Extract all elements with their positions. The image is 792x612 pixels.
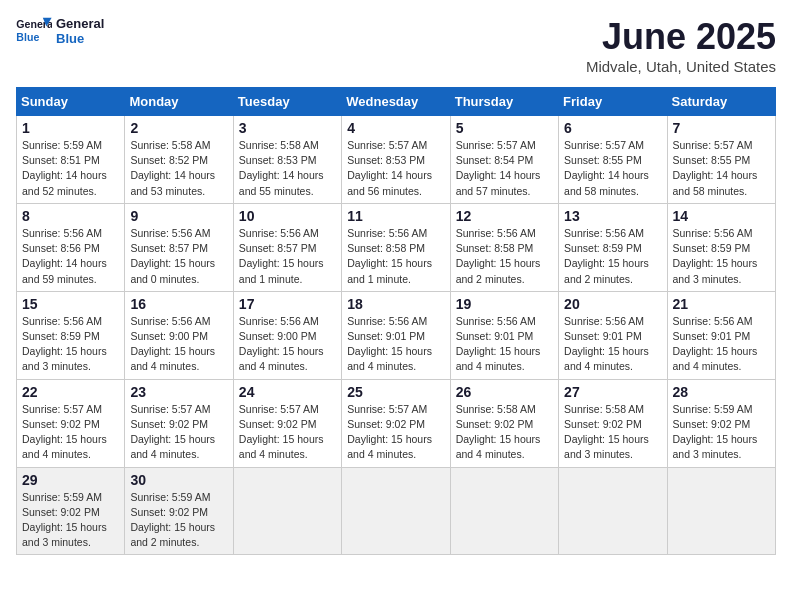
logo-icon: General Blue: [16, 16, 52, 46]
calendar-cell: 10Sunrise: 5:56 AM Sunset: 8:57 PM Dayli…: [233, 203, 341, 291]
day-number: 1: [22, 120, 119, 136]
day-number: 16: [130, 296, 227, 312]
day-info: Sunrise: 5:57 AM Sunset: 8:55 PM Dayligh…: [673, 138, 770, 199]
day-number: 20: [564, 296, 661, 312]
calendar-cell: [342, 467, 450, 555]
day-info: Sunrise: 5:56 AM Sunset: 9:01 PM Dayligh…: [347, 314, 444, 375]
logo: General Blue General Blue: [16, 16, 104, 46]
day-number: 10: [239, 208, 336, 224]
day-info: Sunrise: 5:56 AM Sunset: 9:01 PM Dayligh…: [673, 314, 770, 375]
day-info: Sunrise: 5:57 AM Sunset: 8:55 PM Dayligh…: [564, 138, 661, 199]
calendar-cell: 2Sunrise: 5:58 AM Sunset: 8:52 PM Daylig…: [125, 116, 233, 204]
calendar-cell: 3Sunrise: 5:58 AM Sunset: 8:53 PM Daylig…: [233, 116, 341, 204]
weekday-header: Tuesday: [233, 88, 341, 116]
day-number: 27: [564, 384, 661, 400]
day-number: 22: [22, 384, 119, 400]
day-number: 23: [130, 384, 227, 400]
day-info: Sunrise: 5:56 AM Sunset: 8:59 PM Dayligh…: [673, 226, 770, 287]
day-number: 13: [564, 208, 661, 224]
calendar-table: SundayMondayTuesdayWednesdayThursdayFrid…: [16, 87, 776, 555]
calendar-cell: 6Sunrise: 5:57 AM Sunset: 8:55 PM Daylig…: [559, 116, 667, 204]
calendar-cell: [450, 467, 558, 555]
day-info: Sunrise: 5:59 AM Sunset: 9:02 PM Dayligh…: [130, 490, 227, 551]
calendar-cell: 23Sunrise: 5:57 AM Sunset: 9:02 PM Dayli…: [125, 379, 233, 467]
day-info: Sunrise: 5:56 AM Sunset: 9:00 PM Dayligh…: [239, 314, 336, 375]
calendar-cell: 20Sunrise: 5:56 AM Sunset: 9:01 PM Dayli…: [559, 291, 667, 379]
day-number: 25: [347, 384, 444, 400]
calendar-cell: 25Sunrise: 5:57 AM Sunset: 9:02 PM Dayli…: [342, 379, 450, 467]
day-info: Sunrise: 5:56 AM Sunset: 8:57 PM Dayligh…: [130, 226, 227, 287]
day-info: Sunrise: 5:56 AM Sunset: 8:58 PM Dayligh…: [456, 226, 553, 287]
weekday-header: Friday: [559, 88, 667, 116]
calendar-cell: 16Sunrise: 5:56 AM Sunset: 9:00 PM Dayli…: [125, 291, 233, 379]
calendar-cell: 4Sunrise: 5:57 AM Sunset: 8:53 PM Daylig…: [342, 116, 450, 204]
day-number: 6: [564, 120, 661, 136]
weekday-header: Monday: [125, 88, 233, 116]
calendar-cell: 13Sunrise: 5:56 AM Sunset: 8:59 PM Dayli…: [559, 203, 667, 291]
day-info: Sunrise: 5:59 AM Sunset: 9:02 PM Dayligh…: [22, 490, 119, 551]
calendar-cell: 12Sunrise: 5:56 AM Sunset: 8:58 PM Dayli…: [450, 203, 558, 291]
calendar-cell: 21Sunrise: 5:56 AM Sunset: 9:01 PM Dayli…: [667, 291, 775, 379]
day-number: 30: [130, 472, 227, 488]
day-number: 8: [22, 208, 119, 224]
title-block: June 2025 Midvale, Utah, United States: [586, 16, 776, 75]
calendar-cell: 18Sunrise: 5:56 AM Sunset: 9:01 PM Dayli…: [342, 291, 450, 379]
calendar-cell: 7Sunrise: 5:57 AM Sunset: 8:55 PM Daylig…: [667, 116, 775, 204]
day-info: Sunrise: 5:58 AM Sunset: 9:02 PM Dayligh…: [564, 402, 661, 463]
day-number: 11: [347, 208, 444, 224]
day-info: Sunrise: 5:56 AM Sunset: 8:57 PM Dayligh…: [239, 226, 336, 287]
day-number: 2: [130, 120, 227, 136]
day-number: 9: [130, 208, 227, 224]
logo-blue: Blue: [56, 31, 104, 46]
day-info: Sunrise: 5:57 AM Sunset: 8:53 PM Dayligh…: [347, 138, 444, 199]
logo-general: General: [56, 16, 104, 31]
calendar-cell: 28Sunrise: 5:59 AM Sunset: 9:02 PM Dayli…: [667, 379, 775, 467]
calendar-cell: 11Sunrise: 5:56 AM Sunset: 8:58 PM Dayli…: [342, 203, 450, 291]
calendar-week-row: 1Sunrise: 5:59 AM Sunset: 8:51 PM Daylig…: [17, 116, 776, 204]
day-info: Sunrise: 5:58 AM Sunset: 8:53 PM Dayligh…: [239, 138, 336, 199]
day-number: 29: [22, 472, 119, 488]
day-number: 3: [239, 120, 336, 136]
day-info: Sunrise: 5:56 AM Sunset: 8:59 PM Dayligh…: [564, 226, 661, 287]
calendar-cell: 9Sunrise: 5:56 AM Sunset: 8:57 PM Daylig…: [125, 203, 233, 291]
day-number: 26: [456, 384, 553, 400]
calendar-cell: 17Sunrise: 5:56 AM Sunset: 9:00 PM Dayli…: [233, 291, 341, 379]
calendar-cell: 14Sunrise: 5:56 AM Sunset: 8:59 PM Dayli…: [667, 203, 775, 291]
day-info: Sunrise: 5:59 AM Sunset: 9:02 PM Dayligh…: [673, 402, 770, 463]
calendar-week-row: 29Sunrise: 5:59 AM Sunset: 9:02 PM Dayli…: [17, 467, 776, 555]
day-info: Sunrise: 5:58 AM Sunset: 9:02 PM Dayligh…: [456, 402, 553, 463]
day-number: 7: [673, 120, 770, 136]
month-title: June 2025: [586, 16, 776, 58]
calendar-week-row: 8Sunrise: 5:56 AM Sunset: 8:56 PM Daylig…: [17, 203, 776, 291]
location: Midvale, Utah, United States: [586, 58, 776, 75]
page-header: General Blue General Blue June 2025 Midv…: [16, 16, 776, 75]
weekday-header: Saturday: [667, 88, 775, 116]
calendar-cell: [233, 467, 341, 555]
calendar-cell: [559, 467, 667, 555]
weekday-header: Wednesday: [342, 88, 450, 116]
calendar-cell: 15Sunrise: 5:56 AM Sunset: 8:59 PM Dayli…: [17, 291, 125, 379]
calendar-cell: 19Sunrise: 5:56 AM Sunset: 9:01 PM Dayli…: [450, 291, 558, 379]
day-info: Sunrise: 5:56 AM Sunset: 9:01 PM Dayligh…: [456, 314, 553, 375]
calendar-cell: 1Sunrise: 5:59 AM Sunset: 8:51 PM Daylig…: [17, 116, 125, 204]
calendar-cell: [667, 467, 775, 555]
day-info: Sunrise: 5:57 AM Sunset: 8:54 PM Dayligh…: [456, 138, 553, 199]
calendar-cell: 5Sunrise: 5:57 AM Sunset: 8:54 PM Daylig…: [450, 116, 558, 204]
day-info: Sunrise: 5:59 AM Sunset: 8:51 PM Dayligh…: [22, 138, 119, 199]
day-info: Sunrise: 5:57 AM Sunset: 9:02 PM Dayligh…: [347, 402, 444, 463]
day-number: 28: [673, 384, 770, 400]
calendar-cell: 26Sunrise: 5:58 AM Sunset: 9:02 PM Dayli…: [450, 379, 558, 467]
day-info: Sunrise: 5:56 AM Sunset: 8:59 PM Dayligh…: [22, 314, 119, 375]
day-number: 12: [456, 208, 553, 224]
calendar-cell: 30Sunrise: 5:59 AM Sunset: 9:02 PM Dayli…: [125, 467, 233, 555]
day-info: Sunrise: 5:58 AM Sunset: 8:52 PM Dayligh…: [130, 138, 227, 199]
day-number: 21: [673, 296, 770, 312]
weekday-header: Thursday: [450, 88, 558, 116]
day-info: Sunrise: 5:56 AM Sunset: 9:01 PM Dayligh…: [564, 314, 661, 375]
calendar-cell: 22Sunrise: 5:57 AM Sunset: 9:02 PM Dayli…: [17, 379, 125, 467]
day-info: Sunrise: 5:56 AM Sunset: 8:56 PM Dayligh…: [22, 226, 119, 287]
calendar-cell: 29Sunrise: 5:59 AM Sunset: 9:02 PM Dayli…: [17, 467, 125, 555]
calendar-cell: 8Sunrise: 5:56 AM Sunset: 8:56 PM Daylig…: [17, 203, 125, 291]
day-info: Sunrise: 5:56 AM Sunset: 9:00 PM Dayligh…: [130, 314, 227, 375]
weekday-header: Sunday: [17, 88, 125, 116]
